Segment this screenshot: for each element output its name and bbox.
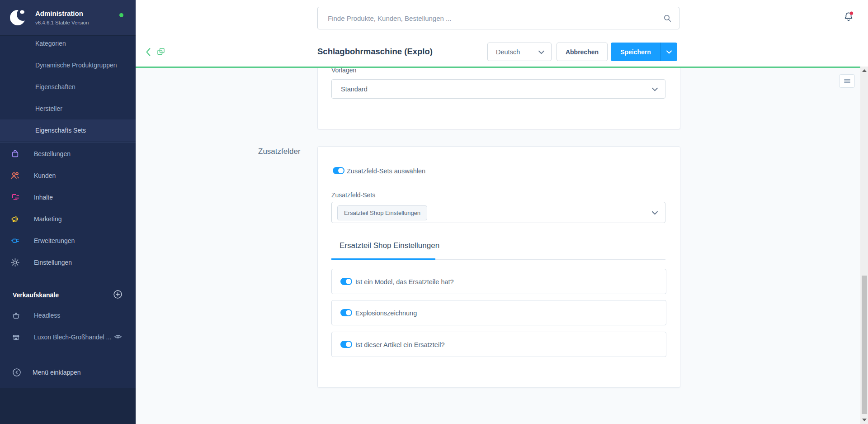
- language-select-value: Deutsch: [496, 48, 520, 56]
- sidebar-item-bestellungen[interactable]: Bestellungen: [0, 143, 136, 165]
- templates-select-value: Standard: [341, 86, 368, 93]
- basket-icon: [12, 312, 20, 319]
- chevron-down-icon: [652, 211, 658, 215]
- selected-set-tag[interactable]: Ersatzteil Shop Einstellungen: [337, 205, 427, 220]
- card-context-menu-button[interactable]: [839, 74, 855, 88]
- sidebar-item-kategorien[interactable]: Kategorien: [0, 33, 136, 54]
- sidebar-item-eigenschafts-sets[interactable]: Eigenschafts Sets: [0, 119, 136, 141]
- custom-field-toggle-label: Ist ein Model, das Ersatzteile hat?: [355, 278, 454, 286]
- sidebar-item-einstellungen[interactable]: Einstellungen: [0, 252, 136, 273]
- chevron-down-icon: [538, 50, 544, 54]
- chevron-left-icon: [146, 48, 151, 57]
- custom-field-toggle-label: Ist dieser Artikel ein Ersatzteil?: [355, 341, 444, 348]
- sidebar-item-label: Dynamische Produktgruppen: [0, 62, 117, 69]
- sidebar-item-label: Kunden: [0, 172, 56, 179]
- customers-people-icon: [11, 172, 19, 180]
- sidebar-item-label: Inhalte: [0, 194, 53, 201]
- chevron-left-circle-icon: [12, 368, 21, 377]
- sales-channels-header: Verkaufskanäle: [13, 291, 59, 299]
- sidebar-divider: [0, 142, 136, 143]
- custom-field-toggle-label: Explosionszeichnung: [355, 310, 417, 317]
- active-tab-indicator: [331, 258, 435, 260]
- sidebar-item-erweiterungen[interactable]: Erweiterungen: [0, 230, 136, 252]
- sidebar-header: Administration v6.4.6.1 Stable Version: [0, 0, 136, 36]
- settings-gear-icon: [11, 258, 19, 267]
- copy-icon: [156, 47, 165, 56]
- scroll-down-arrow[interactable]: [862, 419, 867, 421]
- save-button-label: Speichern: [620, 48, 651, 56]
- sidebar-item-hersteller[interactable]: Hersteller: [0, 98, 136, 119]
- explosion-drawing-toggle[interactable]: [340, 309, 352, 316]
- sidebar-item-inhalte[interactable]: Inhalte: [0, 186, 136, 208]
- custom-field-sets-label: Zusatzfeld-Sets: [331, 191, 375, 199]
- custom-field-row: Explosionszeichnung: [331, 300, 666, 325]
- save-button[interactable]: Speichern: [611, 43, 660, 61]
- custom-field-row: Ist dieser Artikel ein Ersatzteil?: [331, 332, 666, 357]
- sales-channel-luxon[interactable]: Luxon Blech-Großhandel ...: [0, 326, 136, 348]
- shopware-logo-icon[interactable]: [8, 8, 28, 28]
- notification-dot: [850, 12, 853, 15]
- sidebar-item-label: Eigenschaften: [0, 83, 75, 91]
- chevron-down-icon: [666, 50, 672, 54]
- cancel-button-label: Abbrechen: [566, 48, 599, 56]
- sidebar-item-label: Eigenschafts Sets: [0, 127, 86, 134]
- global-search: [317, 7, 679, 29]
- sidebar-item-marketing[interactable]: Marketing: [0, 208, 136, 230]
- search-icon[interactable]: [663, 14, 671, 22]
- sales-channel-label: Headless: [0, 312, 60, 319]
- orders-bag-icon: [11, 150, 19, 158]
- plus-circle-icon: [113, 290, 123, 299]
- sidebar-item-label: Kategorien: [0, 40, 66, 47]
- model-has-spare-parts-toggle[interactable]: [340, 278, 352, 285]
- sales-channels-title: Verkaufskanäle: [13, 291, 59, 299]
- page-title: Schlagbohrmaschine (Explo): [317, 47, 433, 57]
- online-status-dot: [119, 13, 123, 17]
- templates-select[interactable]: Standard: [331, 79, 665, 99]
- sales-channel-headless[interactable]: Headless: [0, 305, 136, 326]
- search-input[interactable]: [327, 7, 654, 29]
- eye-icon[interactable]: [114, 333, 122, 340]
- enable-custom-field-sets-toggle[interactable]: [333, 167, 344, 174]
- collapse-menu-button[interactable]: Menü einklappen: [0, 362, 136, 383]
- shopware-admin-screen: Administration v6.4.6.1 Stable Version K…: [0, 0, 868, 424]
- smartbar: Schlagbohrmaschine (Explo) Deutsch Abbre…: [136, 36, 868, 68]
- custom-fields-card: Zusatzfeld-Sets auswählen Zusatzfeld-Set…: [317, 146, 680, 388]
- scroll-up-arrow[interactable]: [862, 69, 867, 72]
- sidebar-item-dynamische-produktgruppen[interactable]: Dynamische Produktgruppen: [0, 54, 136, 76]
- marketing-megaphone-icon: [11, 215, 19, 224]
- notifications-button[interactable]: [843, 11, 854, 24]
- storefront-icon: [12, 333, 20, 341]
- custom-field-sets-multiselect[interactable]: Ersatzteil Shop Einstellungen: [331, 202, 665, 223]
- sidebar-item-label: Hersteller: [0, 105, 62, 112]
- extensions-plug-icon: [11, 237, 19, 245]
- topbar: [136, 0, 868, 36]
- app-title: Administration: [35, 10, 83, 17]
- language-select[interactable]: Deutsch: [487, 43, 552, 61]
- section-title-zusatzfelder: Zusatzfelder: [258, 147, 301, 156]
- save-split-button: Speichern: [611, 43, 677, 61]
- sidebar-item-kunden[interactable]: Kunden: [0, 165, 136, 186]
- custom-field-row: Ist ein Model, das Ersatzteile hat?: [331, 269, 666, 294]
- sidebar-item-eigenschaften[interactable]: Eigenschaften: [0, 76, 136, 98]
- content-layout-icon: [11, 193, 19, 202]
- user-menu[interactable]: AA Admin Admin Administrator: [0, 388, 136, 424]
- scrollbar-thumb[interactable]: [862, 276, 867, 414]
- sidebar: Administration v6.4.6.1 Stable Version K…: [0, 0, 136, 424]
- save-options-button[interactable]: [661, 43, 677, 61]
- back-button[interactable]: [146, 48, 151, 57]
- chevron-down-icon: [652, 87, 658, 91]
- app-version: v6.4.6.1 Stable Version: [35, 20, 89, 25]
- hamburger-icon: [844, 78, 850, 84]
- tab-ersatzteil-shop-einstellungen[interactable]: Ersatzteil Shop Einstellungen: [340, 241, 439, 250]
- add-sales-channel-button[interactable]: [113, 290, 123, 299]
- sidebar-item-label: Marketing: [0, 215, 61, 223]
- cancel-button[interactable]: Abbrechen: [557, 43, 608, 61]
- duplicate-button[interactable]: [156, 47, 165, 56]
- enable-custom-field-sets-label: Zusatzfeld-Sets auswählen: [347, 167, 425, 175]
- article-is-spare-part-toggle[interactable]: [340, 341, 352, 348]
